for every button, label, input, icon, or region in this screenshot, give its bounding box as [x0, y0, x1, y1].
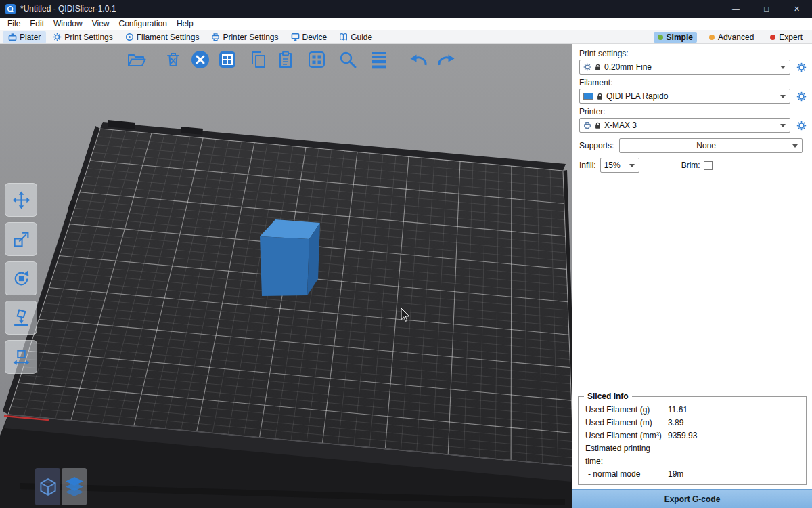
bed-scene[interactable] — [0, 44, 572, 508]
export-gcode-button[interactable]: Export G-code — [572, 489, 812, 508]
sliced-info-row: Used Filament (g) 11.61 — [584, 404, 800, 417]
tab-plater[interactable]: Plater — [3, 31, 46, 43]
sliced-info-value — [668, 442, 799, 468]
arrange-icon — [217, 49, 238, 70]
menu-item-help[interactable]: Help — [172, 18, 198, 30]
redo-button[interactable] — [433, 47, 458, 72]
measure-icon — [12, 348, 30, 366]
filament-color-swatch — [583, 93, 593, 100]
sliced-info-value: 11.61 — [668, 404, 799, 417]
printer-icon — [211, 33, 220, 41]
undo-button[interactable] — [406, 47, 431, 72]
sliced-info-label: Used Filament (g) — [585, 404, 668, 417]
infill-label: Infill: — [579, 161, 596, 170]
rotate-icon — [12, 270, 30, 288]
mode-selector: Simple Advanced Expert — [654, 32, 807, 43]
sliced-info-row: Used Filament (mm³) 9359.93 — [584, 429, 800, 442]
mode-simple[interactable]: Simple — [654, 32, 697, 43]
open-button[interactable] — [123, 47, 148, 72]
scale-button[interactable] — [5, 222, 37, 256]
tabbar: Plater Print Settings Filament Settings … — [0, 30, 812, 44]
minimize-button[interactable]: — — [721, 0, 751, 18]
filament-combo[interactable]: QIDI PLA Rapido — [579, 89, 790, 104]
gear-icon — [53, 33, 62, 41]
rotate-button[interactable] — [5, 261, 37, 295]
sliced-info-label: - normal mode — [585, 468, 668, 481]
sliced-info-value: 9359.93 — [668, 429, 799, 442]
delete-button[interactable] — [160, 47, 185, 72]
cube-front-face — [260, 236, 309, 296]
viewport-3d[interactable] — [0, 44, 572, 508]
filament-gear-button[interactable] — [794, 89, 808, 103]
tab-label: Guide — [351, 33, 372, 42]
model-cube[interactable] — [260, 219, 320, 296]
sliced-info-row: Estimated printing time: — [584, 442, 800, 468]
infill-value: 15% — [604, 161, 626, 170]
print-settings-gear-button[interactable] — [794, 60, 808, 74]
gear-icon — [583, 63, 591, 71]
filament-value: QIDI PLA Rapido — [606, 91, 777, 101]
place-on-face-button[interactable] — [5, 301, 37, 335]
copy-button[interactable] — [246, 47, 271, 72]
sliced-info-row: - normal mode 19m — [584, 468, 800, 481]
menu-item-edit[interactable]: Edit — [25, 18, 49, 30]
menu-item-view[interactable]: View — [87, 18, 114, 30]
app-window: *Untitled - QIDISlicer-1.0.1 — □ ✕ File … — [0, 0, 812, 508]
brim-label: Brim: — [681, 161, 700, 170]
delete-all-button[interactable] — [187, 47, 212, 72]
search-button[interactable] — [335, 47, 360, 72]
mode-label: Simple — [667, 33, 693, 42]
chevron-down-icon — [780, 124, 786, 127]
tab-guide[interactable]: Guide — [334, 31, 378, 43]
menu-item-configuration[interactable]: Configuration — [114, 18, 172, 30]
mode-label: Expert — [779, 33, 803, 42]
sliced-info-label: Estimated printing time: — [585, 442, 668, 468]
chevron-down-icon — [780, 66, 786, 69]
split-icon — [307, 49, 327, 70]
tab-label: Filament Settings — [137, 33, 200, 42]
variable-layer-height-button[interactable] — [366, 47, 391, 72]
close-button[interactable]: ✕ — [782, 0, 812, 18]
place-on-face-icon — [12, 309, 30, 327]
supports-combo[interactable]: None — [619, 138, 803, 153]
move-icon — [12, 191, 30, 209]
tab-printer-settings[interactable]: Printer Settings — [206, 31, 284, 43]
maximize-button[interactable]: □ — [751, 0, 782, 18]
print-settings-label: Print settings: — [572, 47, 812, 60]
open-icon — [126, 49, 146, 70]
sliced-info-title: Sliced Info — [584, 391, 632, 401]
tab-device[interactable]: Device — [286, 31, 333, 43]
brim-checkbox[interactable] — [704, 161, 713, 170]
lock-icon — [595, 122, 601, 129]
sliced-info-value: 19m — [668, 468, 799, 481]
mode-expert[interactable]: Expert — [766, 32, 807, 43]
plater-icon — [8, 33, 17, 41]
tab-filament-settings[interactable]: Filament Settings — [120, 31, 205, 43]
infill-combo[interactable]: 15% — [600, 158, 639, 173]
split-button[interactable] — [304, 47, 329, 72]
printer-combo[interactable]: X-MAX 3 — [579, 118, 790, 133]
printer-gear-button[interactable] — [794, 119, 808, 132]
editor-view-button[interactable] — [35, 468, 60, 505]
menu-item-file[interactable]: File — [3, 18, 25, 30]
app-logo-icon — [5, 4, 16, 14]
measure-button[interactable] — [5, 340, 37, 374]
printer-icon — [583, 121, 591, 129]
menu-item-window[interactable]: Window — [49, 18, 87, 30]
mode-label: Advanced — [718, 33, 754, 42]
gizmo-toolbar — [5, 183, 37, 374]
lock-icon — [595, 64, 601, 71]
tab-print-settings[interactable]: Print Settings — [47, 31, 118, 43]
move-button[interactable] — [5, 183, 37, 217]
paste-button[interactable] — [273, 47, 298, 72]
delete-icon — [163, 49, 183, 70]
menubar: File Edit Window View Configuration Help — [0, 18, 812, 30]
sliced-info-row: Used Filament (m) 3.89 — [584, 417, 800, 429]
arrange-button[interactable] — [215, 47, 240, 72]
print-bed[interactable] — [8, 129, 572, 466]
mode-dot-red — [770, 35, 775, 40]
print-settings-combo[interactable]: 0.20mm Fine — [579, 60, 790, 75]
filament-label: Filament: — [572, 77, 812, 89]
preview-view-button[interactable] — [62, 468, 87, 505]
mode-advanced[interactable]: Advanced — [705, 32, 758, 43]
